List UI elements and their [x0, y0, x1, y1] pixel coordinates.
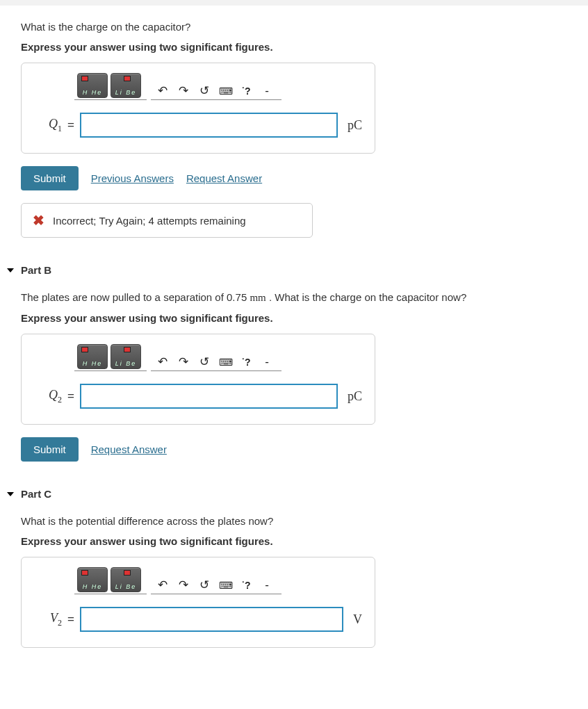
request-answer-link-b[interactable]: Request Answer: [91, 443, 167, 455]
actions-b: Submit Request Answer: [21, 437, 567, 462]
answer-box-c: ↶ ↷ ↺ ⌨ ˙? - V2 = V: [21, 557, 375, 648]
part-b-section: The plates are now pulled to a separatio…: [21, 290, 567, 462]
equals-sign: =: [67, 118, 74, 132]
unit-label-v: V: [353, 612, 362, 627]
toolbar-dash-b: -: [258, 355, 276, 369]
submit-button-b[interactable]: Submit: [21, 437, 79, 462]
help-icon[interactable]: ˙?: [237, 85, 255, 97]
edit-toolbar-group: ↶ ↷ ↺ ⌨ ˙? -: [151, 82, 281, 100]
equals-sign-c: =: [67, 612, 74, 626]
format-toolbar-group-b: [74, 343, 147, 371]
part-b-prompt-before: The plates are now pulled to a separatio…: [21, 291, 250, 303]
reset-icon[interactable]: ↺: [195, 83, 213, 98]
answer-input-q1[interactable]: [80, 113, 338, 138]
part-b-prompt-after: . What is the charge on the capacitor no…: [266, 291, 467, 303]
help-icon-b[interactable]: ˙?: [237, 357, 255, 368]
redo-icon-c[interactable]: ↷: [174, 578, 193, 592]
undo-icon[interactable]: ↶: [154, 83, 172, 98]
toolbar-c: ↶ ↷ ↺ ⌨ ˙? -: [74, 566, 362, 594]
keyboard-icon-c[interactable]: ⌨: [216, 580, 234, 591]
toolbar-dash: -: [258, 84, 276, 98]
undo-icon-c[interactable]: ↶: [154, 578, 172, 592]
part-c-prompt: What is the potential difference across …: [21, 514, 567, 528]
periodic-table-button-b[interactable]: [77, 344, 108, 369]
part-b-prompt: The plates are now pulled to a separatio…: [21, 290, 567, 305]
edit-toolbar-group-b: ↶ ↷ ↺ ⌨ ˙? -: [151, 353, 281, 371]
answer-row-a: Q1 = pC: [34, 113, 362, 138]
toolbar-b: ↶ ↷ ↺ ⌨ ˙? -: [74, 343, 362, 371]
help-icon-c[interactable]: ˙?: [237, 580, 255, 591]
answer-input-v2[interactable]: [80, 607, 343, 632]
edit-toolbar-group-c: ↶ ↷ ↺ ⌨ ˙? -: [151, 576, 281, 594]
variable-label-q1: Q1: [34, 117, 62, 134]
part-b-instruction: Express your answer using two significan…: [21, 312, 567, 324]
part-c-header[interactable]: Part C: [7, 488, 567, 500]
unit-label-pc: pC: [348, 118, 362, 133]
answer-box-b: ↶ ↷ ↺ ⌨ ˙? - Q2 = pC: [21, 334, 375, 425]
periodic-table-button[interactable]: [77, 73, 108, 98]
variable-label-v2: V2: [34, 611, 62, 628]
periodic-table-button-2b[interactable]: [111, 344, 141, 369]
variable-label-q2: Q2: [34, 388, 62, 405]
periodic-table-button-c[interactable]: [77, 567, 108, 592]
actions-a: Submit Previous Answers Request Answer: [21, 166, 567, 190]
redo-icon[interactable]: ↷: [174, 83, 193, 98]
equals-sign-b: =: [67, 389, 74, 403]
answer-row-b: Q2 = pC: [34, 384, 362, 409]
previous-answers-link[interactable]: Previous Answers: [91, 172, 174, 184]
answer-input-q2[interactable]: [80, 384, 338, 409]
periodic-table-button-2c[interactable]: [111, 567, 141, 592]
toolbar-dash-c: -: [258, 578, 276, 592]
incorrect-icon: ✖: [33, 212, 44, 229]
part-c-instruction: Express your answer using two significan…: [21, 535, 567, 547]
submit-button-a[interactable]: Submit: [21, 166, 79, 190]
part-a-section: What is the charge on the capacitor? Exp…: [21, 19, 567, 238]
part-c-section: What is the potential difference across …: [21, 514, 567, 648]
keyboard-icon-b[interactable]: ⌨: [216, 357, 234, 368]
part-b-title: Part B: [21, 264, 51, 276]
format-toolbar-group-c: [74, 566, 147, 594]
feedback-text: Incorrect; Try Again; 4 attempts remaini…: [53, 215, 246, 227]
part-a-prompt: What is the charge on the capacitor?: [21, 19, 567, 34]
undo-icon-b[interactable]: ↶: [154, 354, 172, 369]
format-toolbar-group: [74, 72, 147, 100]
reset-icon-b[interactable]: ↺: [195, 354, 213, 369]
feedback-box: ✖ Incorrect; Try Again; 4 attempts remai…: [21, 203, 313, 238]
caret-down-icon: [7, 268, 14, 272]
part-c-title: Part C: [21, 488, 51, 500]
answer-row-c: V2 = V: [34, 607, 362, 632]
unit-label-pc-b: pC: [348, 389, 362, 404]
redo-icon-b[interactable]: ↷: [174, 354, 193, 369]
part-b-header[interactable]: Part B: [7, 264, 567, 276]
request-answer-link-a[interactable]: Request Answer: [186, 172, 262, 184]
part-b-unit-mm: mm: [250, 292, 266, 303]
part-a-instruction: Express your answer using two significan…: [21, 41, 567, 53]
reset-icon-c[interactable]: ↺: [195, 578, 213, 592]
top-divider: [0, 0, 588, 6]
toolbar-a: ↶ ↷ ↺ ⌨ ˙? -: [74, 72, 362, 100]
periodic-table-button-2[interactable]: [111, 73, 141, 98]
answer-box-a: ↶ ↷ ↺ ⌨ ˙? - Q1 = pC: [21, 63, 375, 154]
caret-down-icon-c: [7, 492, 14, 496]
keyboard-icon[interactable]: ⌨: [216, 85, 234, 97]
